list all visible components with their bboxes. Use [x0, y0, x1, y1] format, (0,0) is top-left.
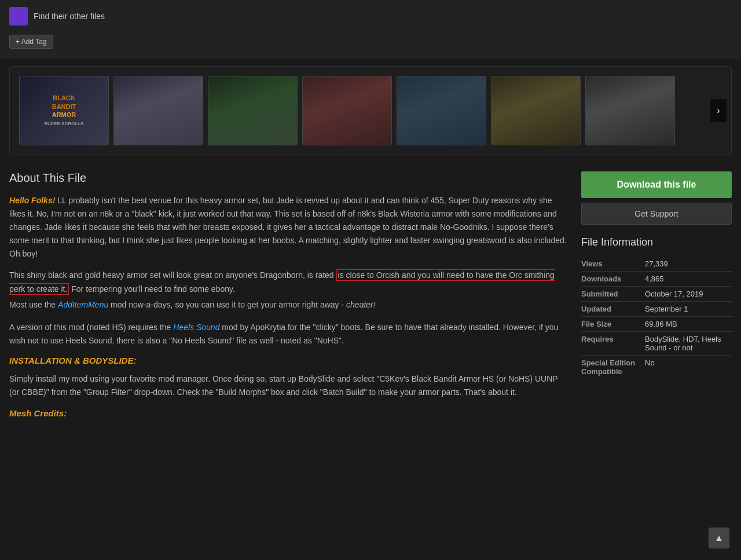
gallery-strip: BLACK BANDIT ARMOR ELDER SCROLLS	[19, 76, 722, 145]
file-info-label: Special Edition Compatible	[581, 356, 645, 379]
file-info-value: 27,339	[645, 257, 732, 272]
file-info-row: Views27,339	[581, 257, 732, 272]
file-info-title: File Information	[581, 236, 732, 248]
intro-text: LL probably isn't the best venue for thi…	[9, 196, 567, 258]
mesh-credits-heading: Mesh Credits:	[9, 408, 570, 418]
sidebar: Download this file Get Support File Info…	[581, 171, 732, 379]
installation-text: Simply install my mod using your favorit…	[9, 372, 570, 399]
gallery-thumb-1[interactable]: BLACK BANDIT ARMOR ELDER SCROLLS	[19, 76, 109, 145]
add-item-menu-link[interactable]: AddItemMenu	[58, 300, 108, 309]
gallery-thumb-4[interactable]	[302, 76, 392, 145]
file-info-row: SubmittedOctober 17, 2019	[581, 287, 732, 302]
file-info-value: 69.86 MB	[645, 317, 732, 332]
add-tag-button[interactable]: + Add Tag	[9, 35, 53, 49]
file-info-table: Views27,339Downloads4,865SubmittedOctobe…	[581, 257, 732, 379]
support-button[interactable]: Get Support	[581, 203, 732, 225]
file-info-value: September 1	[645, 302, 732, 317]
file-info-label: Downloads	[581, 272, 645, 287]
gallery-thumb-3[interactable]	[208, 76, 298, 145]
hello-folks: Hello Folks!	[9, 196, 55, 205]
gallery-thumb-7[interactable]	[585, 76, 675, 145]
gallery-thumb-5[interactable]	[397, 76, 486, 145]
para-2-end: mod now-a-days, so you can use it to get…	[108, 300, 346, 309]
installation-heading: INSTALLATION & BODYSLIDE:	[9, 356, 570, 365]
file-info-row: UpdatedSeptember 1	[581, 302, 732, 317]
cheater-text: cheater!	[346, 300, 376, 309]
file-info-row: File Size69.86 MB	[581, 317, 732, 332]
para-2-line2: Most use the AddItemMenu mod now-a-days,…	[9, 298, 570, 312]
image-gallery: BLACK BANDIT ARMOR ELDER SCROLLS	[9, 66, 732, 155]
file-info-row: Downloads4,865	[581, 272, 732, 287]
file-info-label: Views	[581, 257, 645, 272]
para-3: A version of this mod (noted HS) require…	[9, 321, 570, 347]
about-title: About This File	[9, 171, 570, 185]
gallery-thumb-6[interactable]	[491, 76, 581, 145]
file-info-label: Updated	[581, 302, 645, 317]
para-2-mid: For tempering you'll need to find some e…	[69, 284, 234, 294]
find-files-link[interactable]: Find their other files	[34, 12, 105, 21]
file-info-label: File Size	[581, 317, 645, 332]
para-2-line2-pre: Most use the	[9, 300, 58, 309]
download-button[interactable]: Download this file	[581, 171, 732, 198]
file-info-label: Requires	[581, 332, 645, 356]
file-info-row: Special Edition CompatibleNo	[581, 356, 732, 379]
file-info-label: Submitted	[581, 287, 645, 302]
file-info-value: No	[645, 356, 732, 379]
para-3-pre: A version of this mod (noted HS) require…	[9, 323, 173, 332]
file-info-value: October 17, 2019	[645, 287, 732, 302]
heels-sound-link[interactable]: Heels Sound	[173, 323, 219, 332]
para-2-pre: This shiny black and gold heavy armor se…	[9, 270, 336, 280]
intro-paragraph: Hello Folks! LL probably isn't the best …	[9, 194, 570, 261]
user-avatar	[9, 7, 28, 25]
para-2-block: This shiny black and gold heavy armor se…	[9, 269, 570, 311]
para-2-text: This shiny black and gold heavy armor se…	[9, 269, 570, 295]
gallery-thumb-2[interactable]	[113, 76, 203, 145]
file-info-value: BodySlide, HDT, Heels Sound - or not	[645, 332, 732, 356]
gallery-next-button[interactable]: ›	[710, 99, 727, 122]
content-left: About This File Hello Folks! LL probably…	[9, 171, 570, 418]
file-info-value: 4,865	[645, 272, 732, 287]
file-info-row: RequiresBodySlide, HDT, Heels Sound - or…	[581, 332, 732, 356]
